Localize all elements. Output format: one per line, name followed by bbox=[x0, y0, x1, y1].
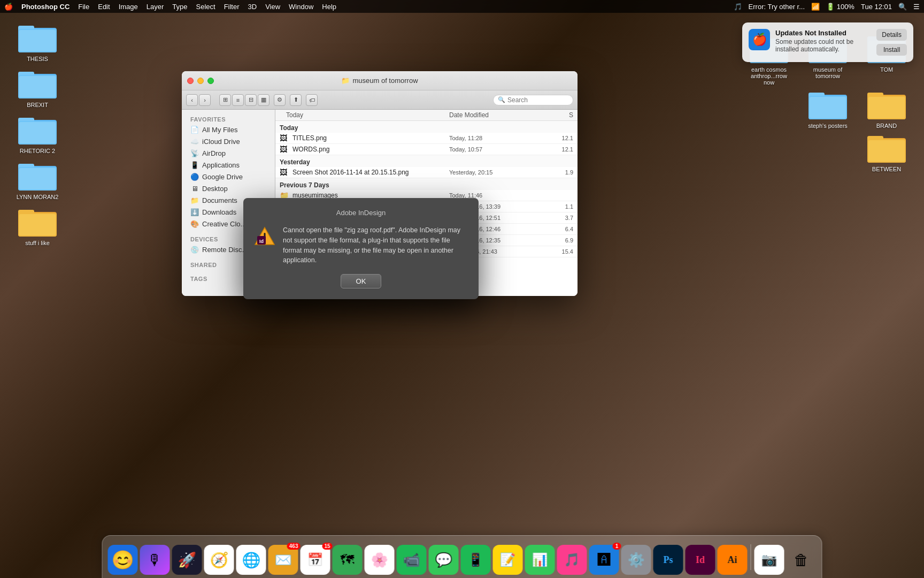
status-audio[interactable]: 🎵 bbox=[734, 3, 742, 11]
menu-image[interactable]: Image bbox=[119, 3, 138, 11]
sidebar-item-icloud[interactable]: ☁️ iCloud Drive bbox=[182, 135, 275, 147]
column-view-button[interactable]: ⊟ bbox=[245, 94, 257, 106]
dock-item-facetime[interactable]: 📹 bbox=[397, 545, 427, 575]
siri-icon: 🎙 bbox=[140, 545, 170, 575]
close-button[interactable] bbox=[187, 78, 194, 84]
menu-select[interactable]: Select bbox=[196, 3, 215, 11]
sidebar-item-applications[interactable]: 📱 Applications bbox=[182, 159, 275, 171]
toolbar-views: ⊞ ≡ ⊟ ▦ bbox=[219, 94, 270, 106]
dock-item-chrome[interactable]: 🌐 bbox=[236, 545, 266, 575]
dock-item-trash[interactable]: 🗑 bbox=[787, 545, 817, 575]
file-row-titles[interactable]: 🖼TITLES.png Today, 11:28 12.1 bbox=[275, 133, 578, 144]
menu-view[interactable]: View bbox=[265, 3, 280, 11]
action-button[interactable]: ⚙ bbox=[274, 94, 286, 106]
desktop-icon-between-label: BETWEEN bbox=[872, 166, 901, 172]
notification-install-button[interactable]: Install bbox=[876, 44, 907, 56]
dock-item-itunes[interactable]: 🎵 bbox=[557, 545, 587, 575]
sidebar-item-airdrop[interactable]: 📡 AirDrop bbox=[182, 147, 275, 159]
sidebar-item-all-files[interactable]: 📄 All My Files bbox=[182, 124, 275, 135]
photos-icon: 🌸 bbox=[365, 545, 395, 575]
size-lecturetheatre: 3.7 bbox=[545, 215, 578, 221]
icon-view-button[interactable]: ⊞ bbox=[219, 94, 231, 106]
notification-center-icon[interactable]: ☰ bbox=[913, 3, 920, 11]
desktop-icon-rhetoric[interactable]: RHETORIC 2 bbox=[11, 113, 64, 154]
status-wifi[interactable]: 📶 bbox=[811, 3, 820, 11]
dock-item-illustrator[interactable]: Ai bbox=[718, 545, 748, 575]
dialog-title: Adobe InDesign bbox=[254, 209, 468, 217]
dialog-ok-button[interactable]: OK bbox=[341, 274, 382, 288]
dock-item-maps[interactable]: 🗺 bbox=[333, 545, 363, 575]
svg-rect-7 bbox=[19, 76, 56, 97]
desktop-icon-brand-label: BRAND bbox=[876, 123, 897, 129]
dock-item-calendar[interactable]: 📅 15 bbox=[301, 545, 330, 575]
appstore-icon: 🅰 1 bbox=[589, 545, 619, 575]
tag-button[interactable]: 🏷 bbox=[306, 94, 318, 106]
search-field[interactable]: 🔍 bbox=[493, 95, 573, 105]
back-button[interactable]: ‹ bbox=[186, 94, 198, 106]
apple-menu[interactable]: 🍎 bbox=[4, 3, 13, 11]
dialog-body: Id Cannot open the file "zig zag roof.pd… bbox=[254, 225, 468, 265]
forward-button[interactable]: › bbox=[199, 94, 211, 106]
app-name[interactable]: Photoshop CC bbox=[21, 3, 70, 11]
sidebar-icloud-label: iCloud Drive bbox=[202, 138, 240, 146]
desktop-icon-brexit[interactable]: BREXIT bbox=[11, 67, 64, 108]
launchpad-icon: 🚀 bbox=[172, 545, 202, 575]
list-view-button[interactable]: ≡ bbox=[232, 94, 244, 106]
menu-layer[interactable]: Layer bbox=[147, 3, 164, 11]
dock-item-finder[interactable]: 😊 bbox=[108, 545, 138, 575]
dock-item-launchpad[interactable]: 🚀 bbox=[172, 545, 202, 575]
spotlight-icon[interactable]: 🔍 bbox=[898, 3, 907, 11]
dock-item-safari[interactable]: 🧭 bbox=[204, 545, 234, 575]
size-autumn: 15.4 bbox=[545, 248, 578, 255]
desktop-icon-brand[interactable]: BRAND bbox=[860, 88, 913, 129]
file-row-words[interactable]: 🖼WORDS.png Today, 10:57 12.1 bbox=[275, 144, 578, 155]
dock-item-screenshot[interactable]: 📷 bbox=[754, 545, 784, 575]
cover-flow-button[interactable]: ▦ bbox=[258, 94, 270, 106]
dock-item-sysprefs[interactable]: ⚙️ bbox=[621, 545, 651, 575]
dock-item-stickies[interactable]: 📝 bbox=[493, 545, 523, 575]
desktop-icon-stuff[interactable]: stuff i like bbox=[11, 206, 64, 246]
notification-panel: 🍎 Updates Not Installed Some updates cou… bbox=[742, 22, 913, 62]
dock-item-photos[interactable]: 🌸 bbox=[365, 545, 395, 575]
mail-badge: 463 bbox=[287, 543, 301, 550]
notification-app-icon: 🍎 bbox=[749, 29, 770, 50]
menu-window[interactable]: Window bbox=[289, 3, 313, 11]
size-ropo: 6.9 bbox=[545, 237, 578, 244]
dock-item-facetime2[interactable]: 📱 bbox=[461, 545, 491, 575]
sidebar-item-google-drive[interactable]: 🔵 Google Drive bbox=[182, 171, 275, 182]
notification-details-button[interactable]: Details bbox=[876, 29, 907, 41]
date-words: Today, 10:57 bbox=[449, 146, 545, 153]
search-input[interactable] bbox=[507, 96, 568, 104]
sidebar-airdrop-label: AirDrop bbox=[202, 149, 226, 157]
file-icon-screenshot: 🖼 bbox=[280, 168, 289, 177]
menu-file[interactable]: File bbox=[78, 3, 89, 11]
dock-item-siri[interactable]: 🎙 bbox=[140, 545, 170, 575]
name-column-header[interactable]: Today bbox=[275, 111, 449, 119]
indesign-error-dialog: Adobe InDesign Id Cannot open the file "… bbox=[243, 198, 479, 299]
date-column-header[interactable]: Date Modified bbox=[449, 111, 545, 119]
dock-item-mail[interactable]: ✉️ 463 bbox=[268, 545, 298, 575]
menu-edit[interactable]: Edit bbox=[98, 3, 110, 11]
minimize-button[interactable] bbox=[197, 78, 204, 84]
dock-item-appstore[interactable]: 🅰 1 bbox=[589, 545, 619, 575]
file-row-screenshot[interactable]: 🖼Screen Shot 2016-11-14 at 20.15.15.png … bbox=[275, 167, 578, 178]
sidebar-item-desktop[interactable]: 🖥 Desktop bbox=[182, 182, 275, 194]
size-column-header[interactable]: S bbox=[545, 111, 578, 119]
google-drive-icon: 🔵 bbox=[190, 172, 199, 181]
share-button[interactable]: ⬆ bbox=[290, 94, 302, 106]
menu-3d[interactable]: 3D bbox=[248, 3, 257, 11]
menu-help[interactable]: Help bbox=[322, 3, 336, 11]
desktop-icon-between[interactable]: BETWEEN bbox=[860, 132, 913, 172]
desktop-icon-thesis[interactable]: THESIS bbox=[11, 21, 64, 62]
menu-filter[interactable]: Filter bbox=[224, 3, 240, 11]
desktop-icon-stephs-posters[interactable]: steph's posters bbox=[801, 88, 854, 129]
dock-item-messages[interactable]: 💬 bbox=[429, 545, 459, 575]
finder-toolbar: ‹ › ⊞ ≡ ⊟ ▦ ⚙ ⬆ 🏷 🔍 bbox=[182, 90, 578, 110]
downloads-icon: ⬇️ bbox=[190, 208, 199, 216]
dock-item-numbers[interactable]: 📊 bbox=[525, 545, 555, 575]
desktop-icon-lynnmoran[interactable]: LYNN MORAN2 bbox=[11, 159, 64, 200]
menu-type[interactable]: Type bbox=[172, 3, 187, 11]
dock-item-photoshop[interactable]: Ps bbox=[653, 545, 683, 575]
dock-item-indesign[interactable]: Id bbox=[686, 545, 715, 575]
maximize-button[interactable] bbox=[207, 78, 214, 84]
